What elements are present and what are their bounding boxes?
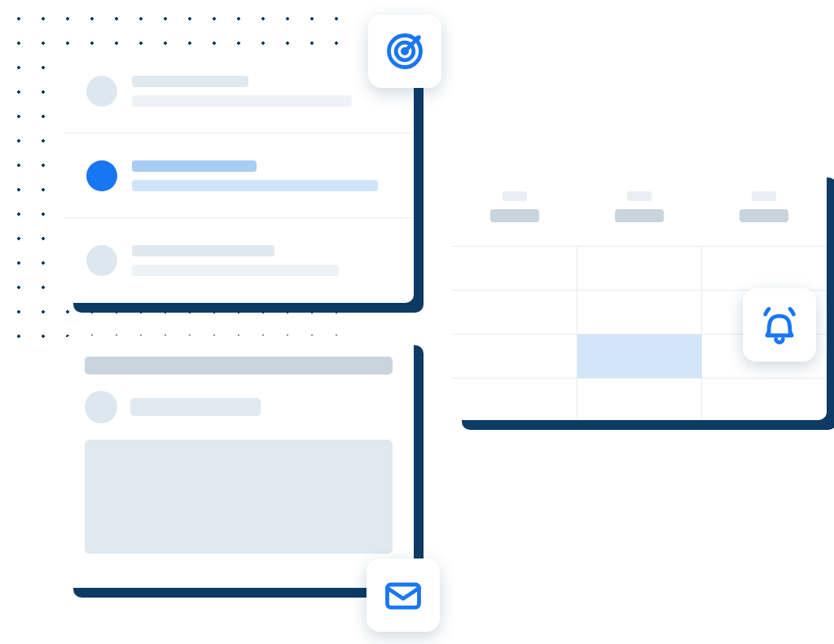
calendar-event[interactable] (577, 335, 702, 378)
avatar-placeholder (85, 391, 117, 423)
calendar-cell[interactable] (452, 246, 577, 290)
list-item-text (132, 76, 391, 107)
calendar-cell[interactable] (452, 334, 577, 378)
calendar-cell[interactable] (452, 378, 577, 420)
calendar-cell[interactable] (577, 378, 703, 420)
calendar-cell[interactable] (452, 290, 577, 334)
compose-sender-row (85, 391, 393, 423)
mail-icon (382, 574, 424, 616)
svg-rect-4 (388, 585, 419, 607)
calendar-day-header (577, 168, 701, 246)
text-placeholder (132, 180, 378, 191)
calendar-cell[interactable] (702, 246, 827, 290)
compose-subject-placeholder (85, 357, 393, 375)
text-placeholder (132, 265, 339, 276)
text-placeholder (503, 191, 527, 201)
list-item-text (132, 160, 391, 191)
text-placeholder (615, 209, 664, 222)
list-item-text (132, 245, 391, 276)
text-placeholder (627, 191, 652, 201)
avatar-placeholder (86, 76, 117, 107)
calendar-cell[interactable] (577, 334, 703, 378)
calendar-header (452, 168, 827, 246)
list-item[interactable] (64, 134, 414, 218)
text-placeholder (490, 209, 539, 222)
target-icon (384, 30, 426, 72)
calendar-cell[interactable] (702, 378, 827, 420)
list-item[interactable] (64, 49, 414, 134)
calendar-row (452, 246, 827, 290)
text-placeholder (132, 95, 352, 107)
compose-body-placeholder[interactable] (85, 440, 393, 554)
compose-card (64, 335, 414, 588)
bell-icon-badge (743, 288, 816, 361)
text-placeholder (132, 76, 248, 87)
text-placeholder (752, 191, 776, 201)
calendar-cell[interactable] (577, 290, 703, 334)
mail-icon-badge (367, 559, 440, 632)
calendar-row (452, 378, 827, 420)
calendar-day-header (702, 168, 827, 246)
list-card (64, 49, 414, 303)
list-item[interactable] (64, 218, 414, 303)
bell-icon (758, 304, 801, 346)
calendar-cell[interactable] (577, 246, 703, 290)
text-placeholder (132, 245, 274, 256)
target-icon-badge (368, 15, 441, 88)
text-placeholder (740, 209, 788, 222)
avatar-placeholder (86, 160, 117, 191)
sender-name-placeholder (130, 398, 261, 416)
avatar-placeholder (86, 245, 117, 276)
calendar-day-header (452, 168, 577, 246)
text-placeholder (132, 160, 257, 172)
